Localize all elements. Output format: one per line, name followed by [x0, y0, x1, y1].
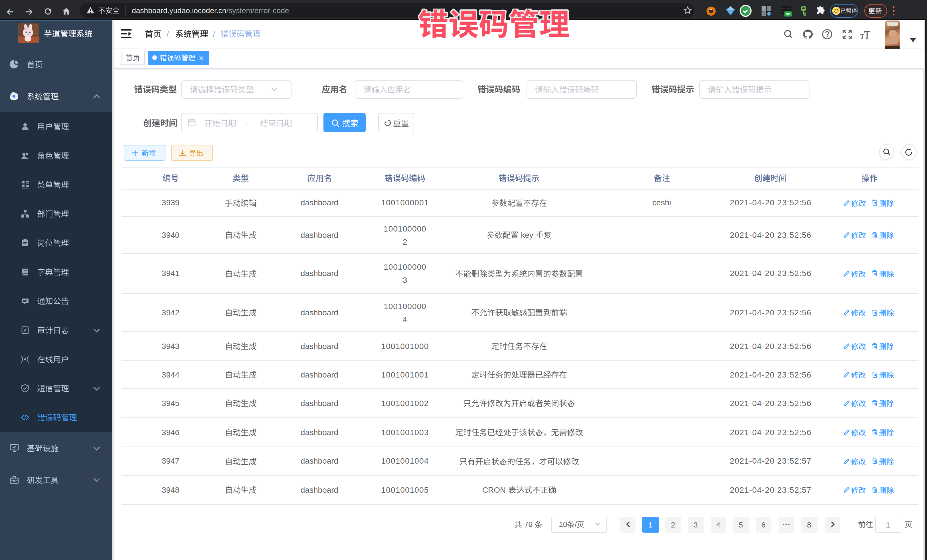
svg-text:on: on [786, 12, 790, 16]
